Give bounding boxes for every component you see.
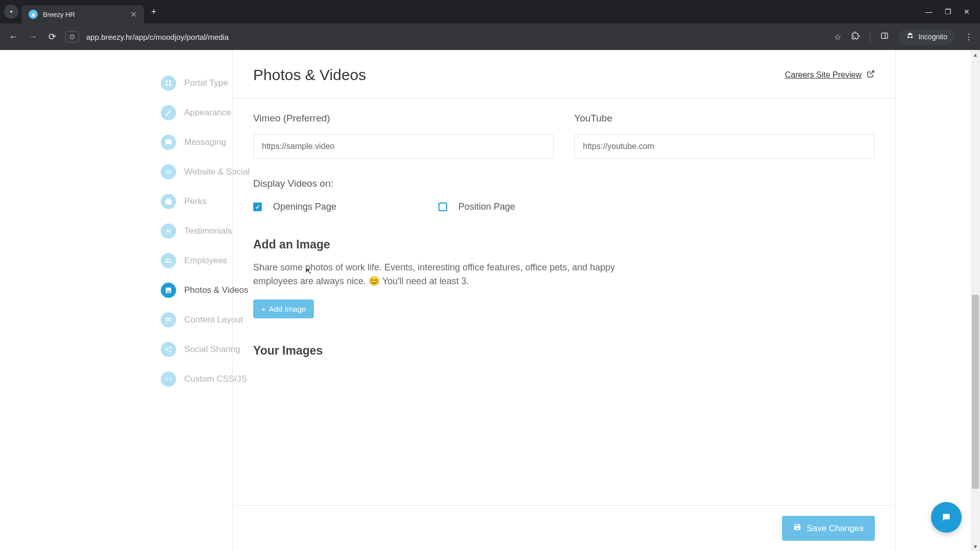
incognito-icon <box>906 32 914 42</box>
sidebar-item-label: Employees <box>184 256 227 266</box>
display-videos-label: Display Videos on: <box>253 178 875 189</box>
svg-rect-2 <box>166 81 168 83</box>
preview-link-label: Careers Site Preview <box>785 70 862 80</box>
image-icon <box>161 283 176 298</box>
close-window-icon[interactable]: ✕ <box>964 8 970 16</box>
sidebar-item-photos-videos[interactable]: Photos & Videos <box>161 276 232 305</box>
svg-rect-3 <box>169 81 171 83</box>
youtube-label: YouTube <box>574 113 875 124</box>
incognito-label: Incognito <box>918 33 947 41</box>
sidebar-item-label: Appearance <box>184 108 231 118</box>
tab-close-icon[interactable]: ✕ <box>130 10 137 19</box>
careers-preview-link[interactable]: Careers Site Preview <box>785 70 875 80</box>
back-button[interactable]: ← <box>7 32 19 42</box>
sidebar-item-website-social[interactable]: Website & Social <box>161 157 232 187</box>
sidebar-item-messaging[interactable]: Messaging <box>161 128 232 157</box>
share-icon <box>161 342 176 357</box>
external-link-icon <box>867 70 875 80</box>
add-image-help: Share some photos of work life. Events, … <box>253 261 621 288</box>
gift-icon <box>161 194 176 209</box>
toolbar-divider <box>870 31 870 43</box>
tab-favicon: ◉ <box>29 10 38 19</box>
link-icon <box>161 164 176 180</box>
window-controls: — ❐ ✕ <box>925 8 976 16</box>
your-images-section: Your Images <box>233 339 895 372</box>
tab-title: Breezy HR <box>43 11 75 18</box>
forward-button[interactable]: → <box>27 32 39 42</box>
scrollbar[interactable]: ▲ ▼ <box>971 50 980 551</box>
reload-button[interactable]: ⟳ <box>46 31 58 42</box>
youtube-input[interactable] <box>574 134 875 159</box>
plus-icon: + <box>261 305 266 313</box>
sidebar-item-perks[interactable]: Perks <box>161 187 232 216</box>
sidebar-item-custom-css[interactable]: Custom CSS/JS <box>161 364 232 394</box>
browser-menu-icon[interactable]: ⋮ <box>965 32 973 42</box>
add-image-button[interactable]: + Add Image <box>253 299 314 318</box>
brush-icon <box>161 105 176 120</box>
scroll-down-arrow[interactable]: ▼ <box>971 542 980 551</box>
incognito-badge[interactable]: Incognito <box>899 29 954 45</box>
svg-rect-0 <box>881 33 888 39</box>
intercom-chat-button[interactable] <box>931 502 962 533</box>
add-image-section: Add an Image Share some photos of work l… <box>233 233 895 339</box>
position-page-label: Position Page <box>458 202 515 212</box>
save-button-label: Save Changes <box>806 523 864 534</box>
sidepanel-icon[interactable] <box>880 32 889 42</box>
code-icon <box>161 371 176 387</box>
your-images-title: Your Images <box>253 344 875 358</box>
svg-rect-4 <box>166 84 168 86</box>
browser-tab[interactable]: ◉ Breezy HR ✕ <box>21 5 144 23</box>
main-content: Photos & Videos Careers Site Preview Vim… <box>232 50 896 551</box>
add-image-title: Add an Image <box>253 238 875 252</box>
sidebar-item-testimonials[interactable]: Testimonials <box>161 216 232 246</box>
svg-rect-5 <box>169 84 171 86</box>
settings-sidebar: Portal Type Appearance Messaging Website… <box>84 50 232 551</box>
chat-icon <box>161 135 176 150</box>
people-icon <box>161 253 176 268</box>
position-page-checkbox[interactable] <box>438 203 447 211</box>
videos-section: Vimeo (Preferred) YouTube Display Videos… <box>233 98 895 233</box>
sidebar-item-label: Perks <box>184 196 206 207</box>
extensions-icon[interactable] <box>851 32 860 42</box>
openings-page-label: Openings Page <box>273 202 336 212</box>
address-bar[interactable]: app.breezy.hr/app/c/moodjoy/portal/media <box>86 33 827 41</box>
page-title: Photos & Videos <box>253 66 366 84</box>
vimeo-label: Vimeo (Preferred) <box>253 113 554 124</box>
grid-icon <box>161 76 176 91</box>
sidebar-item-label: Testimonials <box>184 226 232 236</box>
scroll-up-arrow[interactable]: ▲ <box>971 50 980 59</box>
minimize-icon[interactable]: — <box>925 8 933 16</box>
quote-icon <box>161 223 176 239</box>
site-info-icon[interactable]: ⚙ <box>65 31 79 42</box>
scrollbar-thumb[interactable] <box>972 295 979 489</box>
add-image-button-label: Add Image <box>269 305 306 313</box>
sidebar-item-label: Portal Type <box>184 78 228 88</box>
save-changes-button[interactable]: Save Changes <box>782 516 875 541</box>
sidebar-item-social-sharing[interactable]: Social Sharing <box>161 335 232 364</box>
sidebar-item-appearance[interactable]: Appearance <box>161 98 232 128</box>
browser-tab-strip: ◉ Breezy HR ✕ + — ❐ ✕ <box>0 0 980 23</box>
bookmark-icon[interactable]: ☆ <box>834 32 841 42</box>
save-icon <box>793 523 801 534</box>
vimeo-input[interactable] <box>253 134 554 159</box>
maximize-icon[interactable]: ❐ <box>945 8 951 16</box>
sidebar-item-content-layout[interactable]: Content Layout <box>161 305 232 335</box>
layout-icon <box>161 312 176 328</box>
tab-search-button[interactable] <box>4 5 18 19</box>
save-bar: Save Changes <box>233 505 895 551</box>
sidebar-item-label: Messaging <box>184 137 226 147</box>
browser-toolbar: ← → ⟳ ⚙ app.breezy.hr/app/c/moodjoy/port… <box>0 23 980 50</box>
sidebar-item-portal-type[interactable]: Portal Type <box>161 68 232 98</box>
sidebar-item-employees[interactable]: Employees <box>161 246 232 276</box>
openings-page-checkbox[interactable] <box>253 203 262 211</box>
new-tab-button[interactable]: + <box>151 7 157 17</box>
